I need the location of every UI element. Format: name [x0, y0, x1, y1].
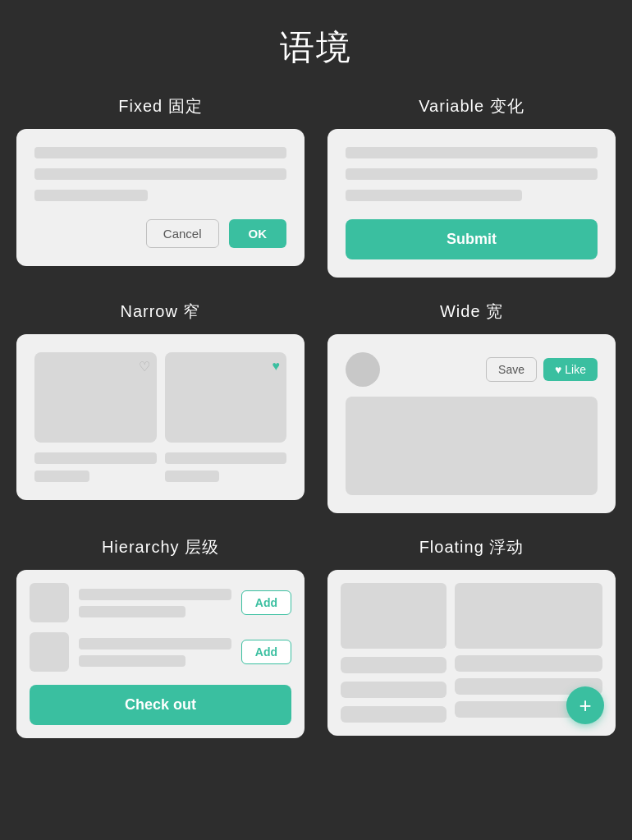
hierarchy-row-1: Add [30, 583, 291, 622]
add-button-1[interactable]: Add [241, 590, 291, 615]
layout-grid: Fixed 固定 Cancel OK Variable 变化 Submit Na… [16, 95, 616, 738]
ok-button[interactable]: OK [229, 219, 287, 248]
cancel-button[interactable]: Cancel [146, 219, 219, 248]
skeleton-line-1 [34, 147, 286, 158]
float-block-right-tall [455, 583, 602, 649]
float-col-left [341, 583, 447, 723]
n-line-1 [34, 452, 157, 464]
float-block-left-s3 [341, 706, 447, 723]
floating-card: + [327, 570, 616, 736]
skeleton-line-3 [34, 190, 148, 201]
h-line-3 [79, 638, 231, 650]
n-line-4 [165, 470, 220, 482]
h-line-4 [79, 655, 185, 667]
n-line-2 [34, 470, 89, 482]
variable-label: Variable 变化 [327, 95, 616, 117]
wide-header-actions: Save ♥ Like [486, 357, 598, 382]
narrow-card: ♡ ♥ [16, 334, 305, 500]
n-line-3 [165, 452, 287, 464]
variable-card: Submit [327, 129, 616, 278]
hierarchy-card: Add Add Check out [16, 570, 305, 738]
save-button[interactable]: Save [486, 357, 537, 382]
var-line-1 [346, 147, 598, 158]
heart-filled-icon: ♥ [272, 359, 281, 374]
hier-thumb-1 [30, 583, 69, 622]
narrow-rows [34, 452, 286, 482]
page-title: 语境 [280, 25, 352, 71]
like-label: Like [565, 363, 586, 376]
hierarchy-label: Hierarchy 层级 [16, 536, 305, 558]
narrow-row-col-2 [165, 452, 287, 482]
hier-lines-1 [79, 589, 231, 617]
submit-button[interactable]: Submit [346, 219, 598, 259]
hierarchy-row-2: Add [30, 632, 291, 672]
narrow-row-col-1 [34, 452, 157, 482]
float-block-left-s1 [341, 657, 447, 673]
h-line-1 [79, 589, 231, 600]
hier-thumb-2 [30, 632, 69, 672]
narrow-img-2: ♥ [165, 352, 287, 443]
narrow-img-1: ♡ [34, 352, 157, 443]
like-button[interactable]: ♥ Like [543, 358, 598, 381]
heart-like-icon: ♥ [555, 363, 561, 376]
fixed-card: Cancel OK [16, 129, 305, 266]
floating-label: Floating 浮动 [327, 536, 616, 558]
fab-button[interactable]: + [566, 686, 604, 724]
wide-section: Wide 宽 Save ♥ Like [327, 301, 616, 513]
narrow-section: Narrow 窄 ♡ ♥ [16, 301, 305, 513]
skeleton-line-2 [34, 168, 286, 180]
wide-label: Wide 宽 [327, 301, 616, 323]
hier-lines-2 [79, 638, 231, 667]
avatar [346, 352, 380, 387]
heart-outline-icon: ♡ [139, 359, 150, 374]
hierarchy-section: Hierarchy 层级 Add Add Check out [16, 536, 305, 738]
add-button-2[interactable]: Add [241, 640, 291, 664]
fixed-section: Fixed 固定 Cancel OK [16, 95, 305, 278]
var-line-3 [346, 190, 522, 201]
fixed-buttons: Cancel OK [34, 219, 286, 248]
wide-card: Save ♥ Like [327, 334, 616, 513]
variable-section: Variable 变化 Submit [327, 95, 616, 278]
narrow-images: ♡ ♥ [34, 352, 286, 443]
fixed-label: Fixed 固定 [16, 95, 305, 117]
floating-section: Floating 浮动 + [327, 536, 616, 738]
wide-header: Save ♥ Like [346, 352, 598, 387]
h-line-2 [79, 606, 185, 617]
narrow-label: Narrow 窄 [16, 301, 305, 323]
float-block-left-s2 [341, 682, 447, 698]
float-block-right-s1 [455, 655, 602, 672]
checkout-button[interactable]: Check out [30, 685, 291, 725]
var-line-2 [346, 168, 598, 180]
wide-image [346, 397, 598, 495]
float-block-left-tall [341, 583, 447, 649]
